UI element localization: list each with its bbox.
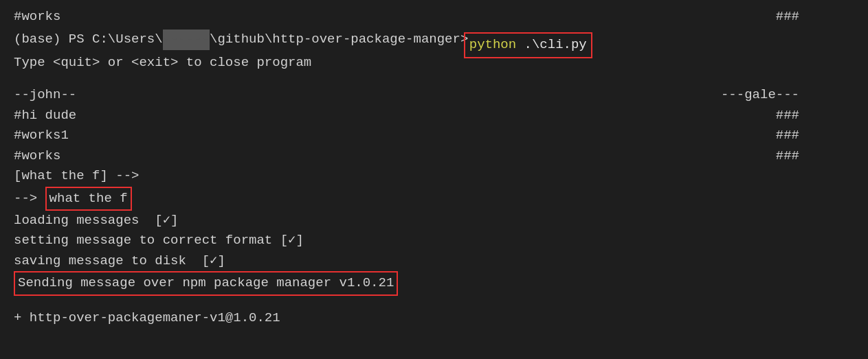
command-python: python bbox=[469, 37, 516, 52]
gale-text: ---gale--- bbox=[721, 85, 854, 105]
hi-dude-right: ### bbox=[776, 106, 854, 126]
sending-text-boxed: Sending message over npm package manager… bbox=[14, 271, 398, 295]
user-input-boxed[interactable]: what the f bbox=[45, 187, 132, 211]
arrow-input-line: --> what the f bbox=[14, 187, 854, 211]
saving-line: saving message to disk [✓] bbox=[14, 251, 854, 271]
setting-text: setting message to correct format [✓] bbox=[14, 231, 304, 251]
works2-left: #works bbox=[14, 146, 60, 166]
prompt-base: (base) PS C:\Users\ bbox=[14, 30, 163, 49]
setting-line: setting message to correct format [✓] bbox=[14, 231, 854, 251]
john-text: --john-- bbox=[14, 85, 76, 105]
prompt-line: (base) PS C:\Users\------\github\http-ov… bbox=[14, 27, 854, 52]
works1-left: #works1 bbox=[14, 126, 69, 146]
npm-install-text: + http-over-packagemaner-v1@1.0.21 bbox=[14, 308, 280, 328]
spacer-1 bbox=[14, 73, 854, 85]
arrow-prompt: --> bbox=[14, 189, 45, 209]
type-hint-line: Type <quit> or <exit> to close program bbox=[14, 53, 854, 73]
spacer-2 bbox=[14, 296, 854, 308]
works2-right: ### bbox=[776, 146, 854, 166]
command-box: python .\cli.py bbox=[464, 32, 592, 58]
line-works-hash: #works ### bbox=[14, 7, 854, 27]
prompt-path: \github\http-over-package-manger> bbox=[210, 30, 476, 49]
works2-line: #works ### bbox=[14, 146, 854, 166]
saving-text: saving message to disk [✓] bbox=[14, 251, 225, 271]
npm-install-line: + http-over-packagemaner-v1@1.0.21 bbox=[14, 308, 854, 328]
loading-text: loading messages [✓] bbox=[14, 211, 178, 231]
hi-dude-line: #hi dude ### bbox=[14, 106, 854, 126]
works1-line: #works1 ### bbox=[14, 126, 854, 146]
right-text: ### bbox=[776, 7, 854, 27]
loading-line: loading messages [✓] bbox=[14, 211, 854, 231]
terminal-window: #works ### (base) PS C:\Users\------\git… bbox=[0, 0, 868, 359]
redacted-user: ------ bbox=[163, 30, 210, 49]
sending-line: Sending message over npm package manager… bbox=[14, 271, 854, 295]
hi-dude-left: #hi dude bbox=[14, 106, 76, 126]
type-hint-text: Type <quit> or <exit> to close program bbox=[14, 53, 311, 73]
left-text: #works bbox=[14, 7, 60, 27]
john-gale-line: --john-- ---gale--- bbox=[14, 85, 854, 105]
works1-right: ### bbox=[776, 126, 854, 146]
command-args: .\cli.py bbox=[516, 37, 587, 52]
